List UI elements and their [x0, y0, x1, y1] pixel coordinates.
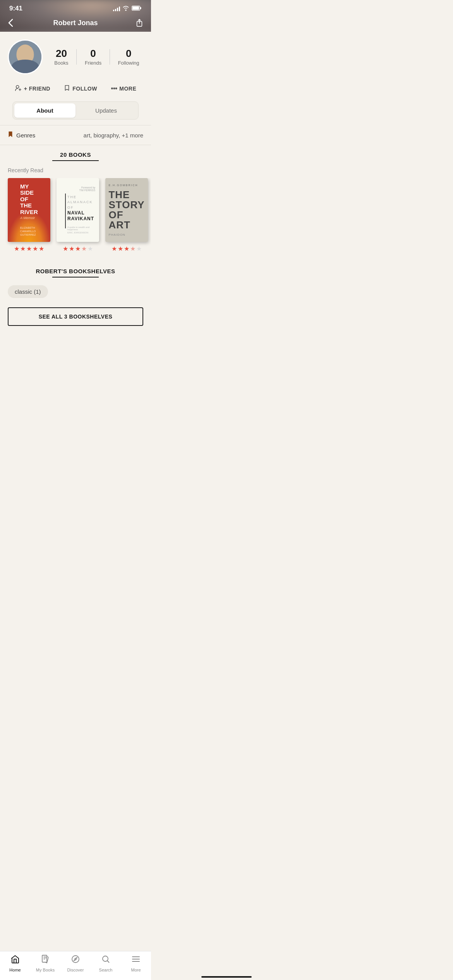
books-count: 20	[56, 48, 67, 59]
following-label: Following	[118, 60, 139, 66]
genres-values: art, biography, +1 more	[84, 132, 143, 139]
stat-divider-1	[76, 49, 77, 65]
books-title: 20 BOOKS	[8, 151, 143, 158]
book-item[interactable]: E.H.GOMBRICH THESTORYOFART PHAIDON ★ ★ ★…	[105, 178, 148, 252]
bookshelves-header: ROBERT'S BOOKSHELVES	[0, 265, 151, 282]
more-dots-icon: •••	[111, 85, 117, 93]
following-count: 0	[126, 48, 131, 59]
follow-button[interactable]: FOLLOW	[61, 82, 100, 95]
signal-icon	[113, 6, 120, 11]
svg-point-10	[16, 86, 19, 88]
books-section: 20 BOOKS Recently Read MYSIDEOFTHERIVER …	[0, 145, 151, 259]
shelf-tags: classic (1)	[0, 282, 151, 301]
page-title: Robert Jonas	[53, 19, 98, 27]
stat-following[interactable]: 0 Following	[118, 48, 139, 66]
tab-bar: About Updates	[12, 101, 139, 120]
back-button[interactable]	[8, 19, 22, 27]
genres-label: Genres	[16, 132, 35, 139]
svg-point-5	[19, 46, 32, 61]
status-time: 9:41	[9, 5, 22, 12]
books-header: 20 BOOKS	[0, 145, 151, 164]
more-label: MORE	[119, 86, 136, 92]
bookshelves-title: ROBERT'S BOOKSHELVES	[8, 268, 143, 274]
book-cover-1: MYSIDEOFTHERIVER A Memoir ELIZABETHCAMAR…	[8, 178, 50, 242]
genres-row[interactable]: Genres art, biography, +1 more	[0, 125, 151, 145]
svg-rect-1	[132, 6, 139, 9]
follow-label: FOLLOW	[72, 86, 97, 92]
tab-about[interactable]: About	[14, 103, 76, 118]
svg-point-9	[26, 52, 28, 54]
books-underline	[52, 160, 99, 161]
book-2-stars: ★ ★ ★ ★ ★	[63, 245, 93, 252]
follow-icon	[64, 84, 70, 93]
svg-point-6	[19, 45, 32, 52]
avatar	[8, 39, 43, 74]
recently-read-label: Recently Read	[0, 164, 151, 178]
shelf-tag-classic[interactable]: classic (1)	[8, 285, 48, 298]
friend-button[interactable]: + FRIEND	[12, 82, 53, 95]
share-button[interactable]	[129, 19, 143, 27]
book-item[interactable]: MYSIDEOFTHERIVER A Memoir ELIZABETHCAMAR…	[8, 178, 50, 252]
friends-label: Friends	[85, 60, 101, 66]
book-3-stars: ★ ★ ★ ★ ★	[112, 245, 142, 252]
add-friend-icon	[15, 84, 22, 93]
tab-updates[interactable]: Updates	[76, 103, 137, 118]
friends-count: 0	[90, 48, 96, 59]
action-buttons: + FRIEND FOLLOW ••• MORE	[8, 82, 143, 95]
book-item[interactable]: Foreword byTIM FERRISS THEALMANACKOF NAV…	[57, 178, 99, 252]
nav-bar: Robert Jonas	[0, 15, 151, 32]
status-bar: 9:41	[0, 0, 151, 15]
bookshelves-section: ROBERT'S BOOKSHELVES classic (1) SEE ALL…	[0, 259, 151, 332]
stat-friends[interactable]: 0 Friends	[85, 48, 101, 66]
battery-icon	[132, 5, 142, 12]
more-button[interactable]: ••• MORE	[108, 82, 139, 95]
svg-rect-2	[140, 7, 141, 9]
book-1-stars: ★ ★ ★ ★ ★	[14, 245, 44, 252]
svg-point-7	[15, 62, 35, 73]
books-scroll: MYSIDEOFTHERIVER A Memoir ELIZABETHCAMAR…	[0, 178, 151, 252]
profile-section: 20 Books 0 Friends 0 Following	[0, 32, 151, 101]
status-icons	[113, 5, 142, 12]
book-cover-2: Foreword byTIM FERRISS THEALMANACKOF NAV…	[57, 178, 99, 242]
svg-point-4	[9, 41, 41, 73]
see-all-bookshelves-button[interactable]: SEE ALL 3 BOOKSHELVES	[8, 307, 143, 326]
stat-books[interactable]: 20 Books	[54, 48, 68, 66]
stat-divider-2	[110, 49, 110, 65]
books-label: Books	[54, 60, 68, 66]
svg-point-8	[22, 52, 24, 54]
wifi-icon	[122, 5, 129, 12]
bookmark-icon	[8, 131, 13, 139]
book-cover-3: E.H.GOMBRICH THESTORYOFART PHAIDON	[105, 178, 148, 242]
friend-label: + FRIEND	[24, 86, 50, 92]
bookshelves-underline	[52, 277, 99, 278]
stats-row: 20 Books 0 Friends 0 Following	[50, 48, 143, 66]
